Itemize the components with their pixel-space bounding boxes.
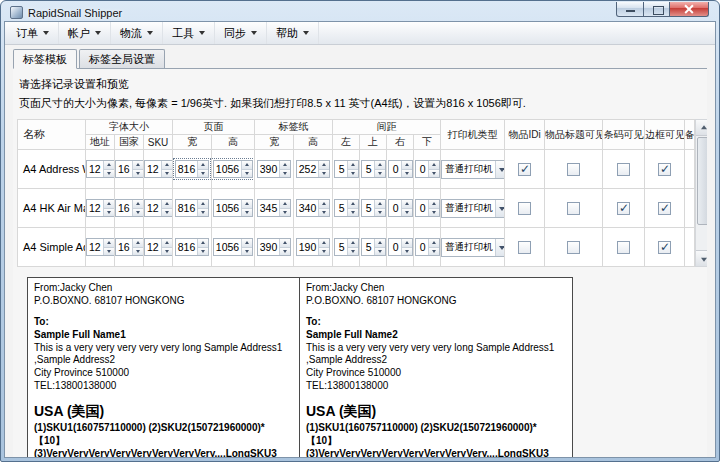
menu-item[interactable]: 帐户 — [59, 22, 111, 44]
spinner-up-icon[interactable] — [162, 200, 172, 208]
spinner-up-icon[interactable] — [280, 239, 290, 247]
spinner-down-icon[interactable] — [133, 208, 143, 217]
spinner-down-icon[interactable] — [348, 208, 358, 217]
spinner-down-icon[interactable] — [319, 208, 329, 217]
spinner-up-icon[interactable] — [104, 239, 114, 247]
page-height-spinner[interactable]: 1056 — [213, 199, 253, 217]
border-visible-checkbox[interactable] — [658, 241, 671, 254]
page-width-spinner[interactable]: 816 — [175, 238, 210, 256]
spinner-up-icon[interactable] — [429, 200, 439, 208]
margin-top-spinner[interactable]: 5 — [361, 160, 386, 178]
sku-font-spinner[interactable]: 12 — [144, 160, 173, 178]
template-name-cell[interactable]: A4 Address Wi — [18, 150, 86, 189]
spinner-down-icon[interactable] — [280, 247, 290, 256]
spinner-down-icon[interactable] — [402, 169, 412, 178]
spinner-down-icon[interactable] — [198, 247, 208, 256]
spinner-down-icon[interactable] — [429, 247, 439, 256]
spinner-up-icon[interactable] — [133, 161, 143, 169]
address-font-spinner[interactable]: 12 — [86, 238, 115, 256]
minimize-button[interactable] — [616, 2, 644, 17]
spinner-down-icon[interactable] — [242, 247, 252, 256]
spinner-up-icon[interactable] — [319, 161, 329, 169]
spinner-up-icon[interactable] — [375, 239, 385, 247]
spinner-up-icon[interactable] — [198, 161, 208, 169]
item-title-visible-checkbox[interactable] — [567, 163, 580, 176]
margin-left-spinner[interactable]: 5 — [334, 238, 359, 256]
spinner-down-icon[interactable] — [348, 169, 358, 178]
address-font-spinner[interactable]: 12 — [86, 160, 115, 178]
border-visible-checkbox[interactable] — [658, 163, 671, 176]
scroll-down-button[interactable] — [696, 250, 707, 266]
spinner-down-icon[interactable] — [429, 208, 439, 217]
margin-bottom-spinner[interactable]: 0 — [415, 199, 440, 217]
template-name-cell[interactable]: A4 HK Air Mail — [18, 189, 86, 228]
spinner-down-icon[interactable] — [162, 247, 172, 256]
spinner-down-icon[interactable] — [402, 247, 412, 256]
label-height-spinner[interactable]: 340 — [296, 199, 331, 217]
border-visible-checkbox[interactable] — [658, 202, 671, 215]
spinner-up-icon[interactable] — [348, 200, 358, 208]
item-title-visible-checkbox[interactable] — [567, 202, 580, 215]
label-width-spinner[interactable]: 390 — [257, 160, 292, 178]
spinner-up-icon[interactable] — [402, 200, 412, 208]
dropdown-arrow-icon[interactable] — [495, 161, 505, 178]
sku-font-spinner[interactable]: 12 — [144, 238, 173, 256]
barcode-visible-checkbox[interactable] — [617, 163, 630, 176]
margin-right-spinner[interactable]: 0 — [388, 238, 413, 256]
scrollbar-thumb[interactable] — [697, 137, 707, 225]
menu-item[interactable]: 订单 — [7, 22, 59, 44]
spinner-down-icon[interactable] — [402, 208, 412, 217]
dropdown-arrow-icon[interactable] — [495, 200, 505, 217]
page-height-spinner[interactable]: 1056 — [213, 238, 253, 256]
page-height-spinner[interactable]: 1056 — [213, 160, 253, 178]
printer-type-select[interactable]: 普通打印机 — [441, 238, 505, 257]
dropdown-arrow-icon[interactable] — [495, 239, 505, 256]
country-font-spinner[interactable]: 16 — [115, 160, 144, 178]
template-name-cell[interactable]: A4 Simple Adr — [18, 228, 86, 267]
item-id-visible-checkbox[interactable] — [518, 241, 531, 254]
spinner-down-icon[interactable] — [242, 169, 252, 178]
spinner-up-icon[interactable] — [280, 161, 290, 169]
spinner-down-icon[interactable] — [242, 208, 252, 217]
spinner-up-icon[interactable] — [319, 200, 329, 208]
margin-right-spinner[interactable]: 0 — [388, 199, 413, 217]
margin-bottom-spinner[interactable]: 0 — [415, 238, 440, 256]
label-height-spinner[interactable]: 252 — [296, 160, 331, 178]
item-title-visible-checkbox[interactable] — [567, 241, 580, 254]
spinner-down-icon[interactable] — [162, 169, 172, 178]
table-row[interactable]: A4 HK Air Mail 12 16 12 816 1056 345 340… — [18, 189, 695, 228]
spinner-down-icon[interactable] — [280, 169, 290, 178]
spinner-up-icon[interactable] — [402, 239, 412, 247]
spinner-down-icon[interactable] — [319, 169, 329, 178]
margin-bottom-spinner[interactable]: 0 — [415, 160, 440, 178]
spinner-down-icon[interactable] — [104, 208, 114, 217]
spinner-down-icon[interactable] — [348, 247, 358, 256]
label-width-spinner[interactable]: 390 — [257, 238, 292, 256]
margin-top-spinner[interactable]: 5 — [361, 238, 386, 256]
spinner-up-icon[interactable] — [319, 239, 329, 247]
printer-type-select[interactable]: 普通打印机 — [441, 199, 505, 218]
spinner-up-icon[interactable] — [242, 239, 252, 247]
table-scrollbar[interactable] — [695, 119, 707, 267]
spinner-up-icon[interactable] — [133, 200, 143, 208]
spinner-up-icon[interactable] — [104, 161, 114, 169]
spinner-down-icon[interactable] — [375, 169, 385, 178]
spinner-up-icon[interactable] — [198, 239, 208, 247]
scroll-up-button[interactable] — [696, 120, 707, 136]
spinner-up-icon[interactable] — [429, 161, 439, 169]
spinner-up-icon[interactable] — [402, 161, 412, 169]
maximize-button[interactable] — [643, 2, 670, 17]
country-font-spinner[interactable]: 16 — [115, 199, 144, 217]
spinner-up-icon[interactable] — [162, 161, 172, 169]
page-width-spinner[interactable]: 816 — [175, 160, 210, 178]
spinner-down-icon[interactable] — [104, 247, 114, 256]
spinner-down-icon[interactable] — [133, 169, 143, 178]
spinner-up-icon[interactable] — [242, 200, 252, 208]
title-bar[interactable]: RapidSnail Shipper — [4, 1, 716, 21]
spinner-down-icon[interactable] — [375, 247, 385, 256]
label-width-spinner[interactable]: 345 — [257, 199, 292, 217]
barcode-visible-checkbox[interactable] — [617, 202, 630, 215]
spinner-down-icon[interactable] — [133, 247, 143, 256]
label-height-spinner[interactable]: 190 — [296, 238, 331, 256]
tab-label-global-settings[interactable]: 标签全局设置 — [79, 49, 165, 68]
